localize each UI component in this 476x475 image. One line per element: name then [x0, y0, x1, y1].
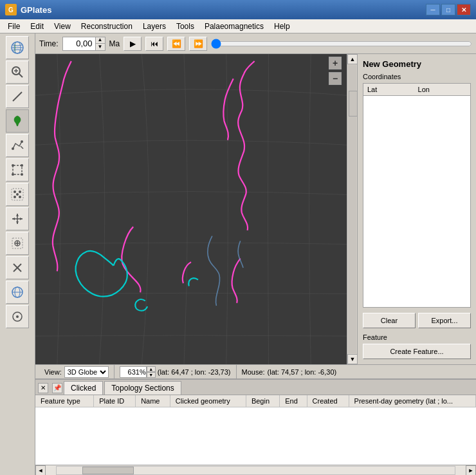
- view-section: View: 3D Globe 2D Map: [39, 365, 114, 378]
- tool-move-vertex[interactable]: [6, 207, 29, 230]
- tool-digitize-polyline[interactable]: [6, 134, 29, 157]
- menubar: File Edit View Reconstruction Layers Too…: [0, 19, 476, 33]
- menu-edit[interactable]: Edit: [25, 19, 49, 33]
- tool-globe-rotate[interactable]: [6, 36, 29, 59]
- menu-layers[interactable]: Layers: [138, 19, 171, 33]
- zoom-out-button[interactable]: −: [329, 72, 342, 85]
- tab-clicked[interactable]: Clicked: [64, 381, 103, 395]
- clear-button[interactable]: Clear: [363, 313, 416, 328]
- map-svg: [35, 54, 347, 364]
- export-button[interactable]: Export...: [418, 313, 471, 328]
- tool-zoom[interactable]: [6, 61, 29, 84]
- time-slider[interactable]: [211, 39, 472, 49]
- svg-point-16: [21, 173, 23, 176]
- panel-title: New Geometry: [363, 59, 471, 69]
- panel-buttons: Clear Export...: [363, 313, 471, 328]
- window-controls: ─ □ ✕: [426, 4, 471, 15]
- svg-point-23: [16, 193, 19, 196]
- coords-table: Lat Lon: [363, 83, 471, 308]
- tool-digitize-polygon[interactable]: [6, 158, 29, 182]
- mouse-label: Mouse:: [242, 368, 265, 376]
- tab-topology-sections[interactable]: Topology Sections: [104, 381, 181, 395]
- bottom-horizontal-scrollbar: ◄ ►: [35, 465, 476, 475]
- vscroll-thumb[interactable]: [349, 91, 358, 116]
- next-button[interactable]: ⏩: [189, 37, 207, 51]
- coords-label: Coordinates: [363, 73, 471, 80]
- vscroll-down[interactable]: ▼: [347, 354, 358, 364]
- map-area[interactable]: + −: [35, 54, 347, 364]
- menu-view[interactable]: View: [49, 19, 76, 33]
- tool-measure[interactable]: [6, 85, 29, 108]
- lon-header: Lon: [414, 84, 470, 96]
- svg-line-4: [19, 73, 23, 77]
- menu-file[interactable]: File: [3, 19, 25, 33]
- bottom-panel-close[interactable]: ✕: [38, 383, 48, 393]
- hscroll-track[interactable]: [56, 466, 455, 475]
- bottom-table: Feature type Plate ID Name Clicked geome…: [35, 395, 476, 407]
- menu-reconstruction[interactable]: Reconstruction: [76, 19, 138, 33]
- tool-insert-vertex[interactable]: [6, 232, 29, 255]
- svg-rect-13: [13, 165, 22, 174]
- col-begin: Begin: [246, 395, 279, 407]
- zoom-spin-down[interactable]: ▼: [147, 372, 156, 378]
- maximize-button[interactable]: □: [441, 4, 455, 15]
- col-end: End: [280, 395, 307, 407]
- svg-point-15: [21, 164, 23, 167]
- map-vertical-scrollbar[interactable]: ▲ ▼: [347, 54, 357, 364]
- play-button[interactable]: ▶: [124, 37, 142, 51]
- bottom-panel-pin[interactable]: 📌: [52, 383, 62, 393]
- zoom-section: ▲ ▼ (lat: 64,47 ; lon: -23,73): [114, 365, 237, 378]
- view-select[interactable]: 3D Globe 2D Map: [64, 366, 109, 378]
- control-bar: Time: ▲ ▼ Ma ▶ ⏮ ⏪ ⏩: [35, 33, 476, 54]
- hscroll-right[interactable]: ►: [466, 465, 476, 476]
- lat-header: Lat: [363, 84, 414, 96]
- col-clicked-geometry: Clicked geometry: [170, 395, 246, 407]
- time-label: Time:: [39, 39, 59, 48]
- left-toolbar: [0, 33, 35, 475]
- svg-marker-26: [16, 214, 19, 216]
- hscroll-left[interactable]: ◄: [35, 465, 46, 476]
- bottom-table-area[interactable]: Feature type Plate ID Name Clicked geome…: [35, 395, 476, 465]
- col-present-day-geometry: Present-day geometry (lat ; lo...: [349, 395, 475, 407]
- tool-delete-vertex[interactable]: [6, 256, 29, 279]
- center-area: Time: ▲ ▼ Ma ▶ ⏮ ⏪ ⏩: [35, 33, 476, 475]
- svg-point-10: [12, 147, 14, 150]
- col-created: Created: [307, 395, 349, 407]
- bottom-panel: ✕ 📌 Clicked Topology Sections Feature ty…: [35, 378, 476, 475]
- prev-button[interactable]: ⏪: [167, 37, 185, 51]
- zoom-input[interactable]: [120, 366, 147, 378]
- app-icon: G: [5, 4, 17, 15]
- vscroll-up[interactable]: ▲: [347, 54, 358, 64]
- begin-button[interactable]: ⏮: [145, 37, 163, 51]
- menu-palaeomagnetism[interactable]: Palaeomagnetics: [199, 19, 269, 33]
- view-label: View:: [44, 368, 62, 376]
- create-feature-button[interactable]: Create Feature...: [363, 344, 471, 359]
- close-button[interactable]: ✕: [457, 4, 471, 15]
- right-panel: New Geometry Coordinates Lat Lon: [357, 54, 476, 364]
- view-coords: (lat: 64,47 ; lon: -23,73): [158, 368, 231, 376]
- tool-africa[interactable]: [6, 109, 29, 133]
- zoom-spin-up[interactable]: ▲: [147, 366, 156, 372]
- tool-drag-globe[interactable]: [6, 281, 29, 304]
- menu-help[interactable]: Help: [269, 19, 295, 33]
- tool-digitize-multipoint[interactable]: [6, 183, 29, 206]
- svg-line-12: [21, 146, 23, 149]
- mouse-section: Mouse: (lat: 74,57 ; lon: -6,30): [237, 365, 342, 378]
- status-bar: View: 3D Globe 2D Map ▲ ▼ (lat: 64,47 ; …: [35, 364, 476, 378]
- svg-point-20: [19, 191, 21, 193]
- zoom-in-button[interactable]: +: [329, 57, 342, 70]
- ma-label: Ma: [109, 39, 120, 48]
- minimize-button[interactable]: ─: [426, 4, 440, 15]
- svg-point-22: [19, 196, 21, 198]
- menu-tools[interactable]: Tools: [171, 19, 199, 33]
- time-input[interactable]: [63, 37, 95, 50]
- titlebar: G GPlates ─ □ ✕: [0, 0, 476, 19]
- hscroll-thumb[interactable]: [82, 467, 134, 474]
- time-spin-up[interactable]: ▲: [96, 37, 105, 44]
- app-title: GPlates: [21, 5, 426, 15]
- svg-point-19: [14, 191, 16, 193]
- time-spin-down[interactable]: ▼: [96, 44, 105, 50]
- time-input-group: ▲ ▼: [62, 37, 105, 51]
- svg-marker-28: [12, 218, 15, 220]
- tool-small-circle[interactable]: [6, 305, 29, 328]
